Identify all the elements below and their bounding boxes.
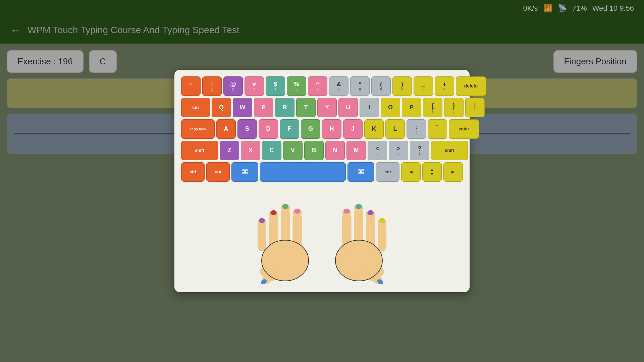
key-caps-lock[interactable]: caps lock (181, 119, 215, 139)
key-enter[interactable]: enter (449, 119, 479, 139)
key-comma[interactable]: <, (368, 141, 387, 160)
left-hand-svg (248, 192, 322, 286)
svg-point-4 (259, 218, 265, 223)
key-l[interactable]: L (385, 119, 405, 139)
svg-point-28 (356, 204, 362, 209)
hands-illustration (181, 185, 463, 286)
key-opt[interactable]: opt (206, 162, 230, 182)
keyboard-row-3: caps lock A S D F G H J K L :; "' enter (181, 119, 463, 139)
key-d[interactable]: D (259, 119, 278, 139)
key-0[interactable]: )0 (392, 76, 412, 96)
key-n[interactable]: N (325, 141, 345, 160)
key-u[interactable]: U (338, 98, 358, 117)
right-hand-svg (322, 192, 396, 286)
key-cmd-left[interactable]: ⌘ (231, 162, 258, 182)
key-o[interactable]: O (381, 98, 400, 117)
key-q[interactable]: Q (212, 98, 231, 117)
key-arrow-left[interactable]: ◄ (401, 162, 421, 182)
svg-point-13 (294, 208, 301, 214)
key-delete[interactable]: delete (456, 76, 486, 96)
key-quote[interactable]: "' (428, 119, 447, 139)
key-s[interactable]: S (237, 119, 257, 139)
svg-point-7 (270, 210, 277, 215)
keyboard-layout: ~` !1 @2 #3 $4 %5 ^6 &7 *8 (9 )0 _- += d… (181, 76, 463, 182)
svg-point-10 (282, 204, 289, 209)
key-ent[interactable]: ent (376, 162, 399, 182)
key-tab[interactable]: tab (181, 98, 210, 117)
key-cmd-right[interactable]: ⌘ (347, 162, 374, 182)
key-9[interactable]: (9 (371, 76, 391, 96)
key-w[interactable]: W (233, 98, 252, 117)
svg-rect-8 (281, 209, 290, 249)
svg-point-22 (379, 218, 385, 223)
key-g[interactable]: G (301, 119, 320, 139)
svg-point-25 (367, 210, 374, 215)
keyboard-row-2: tab Q W E R T Y U I O P {[ }] |\ (181, 98, 463, 117)
svg-rect-20 (378, 223, 386, 251)
key-3[interactable]: #3 (245, 76, 264, 96)
key-minus[interactable]: _- (414, 76, 433, 96)
key-v[interactable]: V (283, 141, 303, 160)
key-tilde[interactable]: ~` (181, 76, 201, 96)
key-t[interactable]: T (296, 98, 316, 117)
keyboard-row-4: shift Z X C V B N M <, >. ?/ shift (181, 141, 463, 160)
key-i[interactable]: I (360, 98, 379, 117)
modal-overlay[interactable]: ~` !1 @2 #3 $4 %5 ^6 &7 *8 (9 )0 _- += d… (0, 0, 644, 362)
svg-point-31 (343, 208, 350, 214)
key-semicolon[interactable]: :; (407, 119, 426, 139)
svg-rect-26 (354, 209, 363, 249)
key-2[interactable]: @2 (223, 76, 243, 96)
key-shift-left[interactable]: shift (181, 141, 218, 160)
svg-rect-2 (258, 223, 266, 251)
key-ctrl[interactable]: ctrl (181, 162, 205, 182)
key-p[interactable]: P (402, 98, 421, 117)
key-x[interactable]: X (241, 141, 260, 160)
keyboard-modal: ~` !1 @2 #3 $4 %5 ^6 &7 *8 (9 )0 _- += d… (174, 70, 470, 292)
svg-rect-29 (342, 214, 352, 249)
keyboard-row-5: ctrl opt ⌘ ⌘ ent ◄ ▲▼ ► (181, 162, 463, 182)
key-y[interactable]: Y (317, 98, 337, 117)
key-space[interactable] (260, 162, 346, 182)
key-arrow-updown[interactable]: ▲▼ (422, 162, 442, 182)
key-period[interactable]: >. (389, 141, 408, 160)
key-1[interactable]: !1 (202, 76, 222, 96)
key-7[interactable]: &7 (329, 76, 348, 96)
key-b[interactable]: B (304, 141, 324, 160)
key-8[interactable]: *8 (350, 76, 370, 96)
keyboard-row-1: ~` !1 @2 #3 $4 %5 ^6 &7 *8 (9 )0 _- += d… (181, 76, 463, 96)
key-bracket-open[interactable]: {[ (423, 98, 442, 117)
key-f[interactable]: F (280, 119, 299, 139)
key-j[interactable]: J (343, 119, 363, 139)
key-5[interactable]: %5 (287, 76, 306, 96)
key-shift-right[interactable]: shift (431, 141, 468, 160)
key-k[interactable]: K (364, 119, 384, 139)
key-m[interactable]: M (346, 141, 366, 160)
key-6[interactable]: ^6 (308, 76, 327, 96)
key-4[interactable]: $4 (266, 76, 285, 96)
key-h[interactable]: H (322, 119, 341, 139)
key-c[interactable]: C (262, 141, 281, 160)
key-slash[interactable]: ?/ (410, 141, 429, 160)
svg-rect-11 (292, 214, 302, 249)
key-a[interactable]: A (216, 119, 236, 139)
key-z[interactable]: Z (220, 141, 239, 160)
key-bracket-close[interactable]: }] (444, 98, 464, 117)
key-e[interactable]: E (254, 98, 273, 117)
key-r[interactable]: R (275, 98, 294, 117)
key-equals[interactable]: += (435, 76, 454, 96)
key-arrow-right[interactable]: ► (443, 162, 463, 182)
key-backslash[interactable]: |\ (465, 98, 485, 117)
